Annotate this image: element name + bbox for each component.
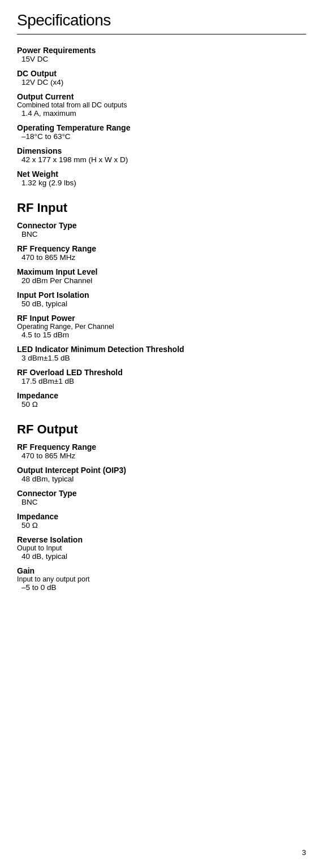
spec-block: Connector TypeBNC: [17, 221, 306, 238]
spec-block: Reverse IsolationOuput to Input40 dB, ty…: [17, 535, 306, 561]
spec-value: 20 dBm Per Channel: [17, 276, 306, 285]
spec-label: Operating Temperature Range: [17, 123, 306, 132]
spec-value: 15V DC: [17, 55, 306, 63]
spec-block: Output CurrentCombined total from all DC…: [17, 92, 306, 118]
spec-label: DC Output: [17, 69, 306, 78]
spec-block: RF Input PowerOperating Range, Per Chann…: [17, 314, 306, 339]
spec-value: –5 to 0 dB: [17, 583, 306, 592]
spec-value: 50 dB, typical: [17, 300, 306, 308]
spec-value: 40 dB, typical: [17, 552, 306, 561]
spec-label: Output Intercept Point (OIP3): [17, 466, 306, 475]
spec-block: Impedance50 Ω: [17, 391, 306, 409]
spec-label: Reverse Isolation: [17, 535, 306, 544]
spec-block: Power Requirements15V DC: [17, 46, 306, 63]
spec-label: Net Weight: [17, 170, 306, 179]
section-heading-rf-input: RF Input: [17, 201, 306, 215]
spec-value: 17.5 dBm±1 dB: [17, 377, 306, 385]
spec-value: 1.4 A, maximum: [17, 109, 306, 118]
spec-label: Impedance: [17, 391, 306, 400]
spec-value: 48 dBm, typical: [17, 475, 306, 483]
spec-block: Output Intercept Point (OIP3)48 dBm, typ…: [17, 466, 306, 483]
spec-block: Input Port Isolation50 dB, typical: [17, 290, 306, 308]
spec-value: –18°C to 63°C: [17, 132, 306, 141]
spec-label: Gain: [17, 566, 306, 575]
spec-label: Input Port Isolation: [17, 290, 306, 300]
spec-value: 12V DC (x4): [17, 78, 306, 86]
spec-value: 50 Ω: [17, 521, 306, 530]
spec-block: Operating Temperature Range–18°C to 63°C: [17, 123, 306, 141]
spec-block: RF Frequency Range470 to 865 MHz: [17, 442, 306, 460]
spec-label: Connector Type: [17, 221, 306, 230]
spec-block: RF Overload LED Threshold17.5 dBm±1 dB: [17, 368, 306, 385]
spec-label: Connector Type: [17, 489, 306, 498]
spec-value: BNC: [17, 498, 306, 506]
spec-value: 42 x 177 x 198 mm (H x W x D): [17, 155, 306, 164]
spec-value: 470 to 865 MHz: [17, 452, 306, 460]
spec-value: 3 dBm±1.5 dB: [17, 354, 306, 362]
section-heading-rf-output: RF Output: [17, 422, 306, 437]
title-divider: [17, 34, 306, 34]
sections-container: Power Requirements15V DCDC Output12V DC …: [17, 46, 306, 592]
spec-block: Net Weight1.32 kg (2.9 lbs): [17, 170, 306, 187]
spec-sublabel: Combined total from all DC outputs: [17, 101, 306, 109]
spec-label: RF Frequency Range: [17, 442, 306, 452]
spec-label: RF Input Power: [17, 314, 306, 323]
spec-label: Dimensions: [17, 146, 306, 155]
spec-sublabel: Operating Range, Per Channel: [17, 323, 306, 331]
spec-sublabel: Ouput to Input: [17, 544, 306, 552]
spec-label: Power Requirements: [17, 46, 306, 55]
spec-block: Connector TypeBNC: [17, 489, 306, 506]
spec-block: GainInput to any output port–5 to 0 dB: [17, 566, 306, 592]
spec-label: RF Frequency Range: [17, 244, 306, 253]
spec-label: LED Indicator Minimum Detection Threshol…: [17, 345, 306, 354]
spec-value: 1.32 kg (2.9 lbs): [17, 179, 306, 187]
spec-block: RF Frequency Range470 to 865 MHz: [17, 244, 306, 262]
spec-label: Maximum Input Level: [17, 267, 306, 276]
spec-value: 470 to 865 MHz: [17, 253, 306, 262]
spec-value: 50 Ω: [17, 400, 306, 409]
spec-sublabel: Input to any output port: [17, 575, 306, 583]
section-power: Power Requirements15V DCDC Output12V DC …: [17, 46, 306, 187]
section-rf-input: RF InputConnector TypeBNCRF Frequency Ra…: [17, 201, 306, 409]
spec-block: Impedance50 Ω: [17, 512, 306, 530]
spec-value: BNC: [17, 230, 306, 238]
spec-block: DC Output12V DC (x4): [17, 69, 306, 86]
spec-label: Impedance: [17, 512, 306, 521]
spec-value: 4.5 to 15 dBm: [17, 331, 306, 339]
spec-block: Maximum Input Level20 dBm Per Channel: [17, 267, 306, 285]
section-rf-output: RF OutputRF Frequency Range470 to 865 MH…: [17, 422, 306, 592]
spec-block: LED Indicator Minimum Detection Threshol…: [17, 345, 306, 362]
page-number: 3: [302, 848, 306, 857]
spec-label: RF Overload LED Threshold: [17, 368, 306, 377]
spec-label: Output Current: [17, 92, 306, 101]
spec-block: Dimensions42 x 177 x 198 mm (H x W x D): [17, 146, 306, 164]
page-title: Specifications: [17, 11, 306, 29]
